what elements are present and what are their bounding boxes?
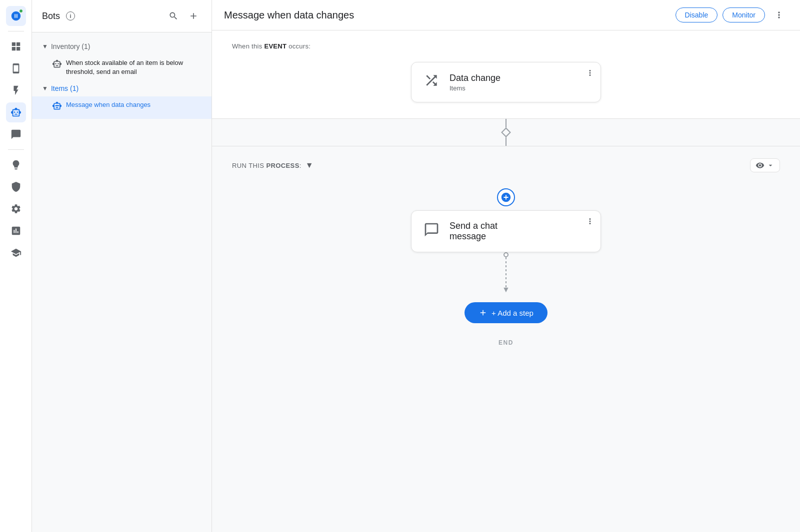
sidebar: Bots i ▼ Inventory (1) — [32, 0, 212, 532]
sidebar-content: ▼ Inventory (1) When stock available of … — [32, 32, 212, 125]
graduation-icon[interactable] — [6, 243, 26, 263]
shield-icon[interactable] — [6, 177, 26, 197]
phone-icon[interactable] — [6, 58, 26, 78]
bot-item-selected-icon — [52, 101, 62, 114]
list-item-inventory-label: When stock available of an item is below… — [66, 58, 202, 76]
analytics-icon[interactable] — [6, 221, 26, 241]
process-card-icon — [424, 222, 440, 241]
settings-icon[interactable] — [6, 199, 26, 219]
process-header: Run this PROCESS: ▼ — [232, 158, 780, 172]
main-title: Message when data changes — [224, 9, 354, 21]
event-card-title: Data change — [450, 73, 500, 83]
process-section: Run this PROCESS: ▼ — [212, 146, 800, 532]
sidebar-title: Bots i — [42, 11, 75, 21]
process-card-content: Send a chatmessage — [450, 221, 498, 242]
group-items[interactable]: ▼ Items (1) — [32, 80, 212, 96]
end-label: END — [498, 339, 514, 346]
group-inventory[interactable]: ▼ Inventory (1) — [32, 38, 212, 54]
connector-circle — [504, 252, 508, 257]
list-item-message-changes-label: Message when data changes — [66, 100, 150, 109]
list-item-inventory-bot[interactable]: When stock available of an item is below… — [32, 54, 212, 80]
arrow-down: ▼ — [502, 285, 510, 294]
main-content: Message when data changes Disable Monito… — [212, 0, 800, 532]
group-inventory-label: Inventory (1) — [51, 42, 90, 50]
event-card-subtitle: Items — [450, 84, 500, 92]
search-button[interactable] — [166, 8, 182, 24]
main-header-actions: Disable Monitor — [676, 6, 788, 24]
bolt-icon[interactable] — [6, 80, 26, 100]
grid-icon[interactable] — [6, 36, 26, 56]
process-label: Run this PROCESS: ▼ — [232, 161, 314, 170]
apps-icon[interactable] — [6, 6, 26, 26]
event-card-icon — [424, 72, 440, 92]
sidebar-header-actions — [166, 8, 202, 24]
add-step-circle-top[interactable] — [497, 188, 515, 206]
process-card-menu[interactable] — [586, 217, 594, 228]
add-bot-button[interactable] — [186, 8, 202, 24]
info-icon[interactable]: i — [66, 11, 75, 20]
divider-2 — [8, 149, 24, 150]
process-card[interactable]: Send a chatmessage — [411, 210, 601, 252]
sidebar-header: Bots i — [32, 0, 212, 32]
process-dropdown-arrow[interactable]: ▼ — [306, 161, 314, 170]
bot-active-icon[interactable] — [6, 102, 26, 122]
event-section-label: When this EVENT occurs: — [232, 42, 780, 50]
event-flow-column: Data change Items — [232, 62, 780, 102]
process-flow: Send a chatmessage ▼ + Add a step — [232, 184, 780, 346]
event-card-menu[interactable] — [586, 68, 594, 80]
bulb-icon[interactable] — [6, 155, 26, 175]
process-view-toggle[interactable] — [750, 158, 780, 172]
add-step-label: + Add a step — [492, 309, 534, 317]
dashed-line — [506, 257, 506, 287]
process-card-title: Send a chatmessage — [450, 221, 498, 242]
chevron-inventory: ▼ — [42, 43, 48, 50]
event-card[interactable]: Data change Items — [411, 62, 601, 102]
icon-bar — [0, 0, 32, 532]
event-card-content: Data change Items — [450, 73, 500, 92]
process-label-text: Run this PROCESS: — [232, 162, 302, 169]
monitor-button[interactable]: Monitor — [722, 7, 765, 22]
divider-1 — [8, 31, 24, 31]
canvas: When this EVENT occurs: Data — [212, 30, 800, 532]
main-header: Message when data changes Disable Monito… — [212, 0, 800, 30]
chat-icon[interactable] — [6, 124, 26, 144]
more-options-button[interactable] — [770, 6, 788, 24]
bot-item-icon — [52, 59, 62, 72]
dashed-connector: ▼ — [502, 252, 510, 294]
chevron-items: ▼ — [42, 85, 48, 92]
event-section: When this EVENT occurs: Data — [212, 30, 800, 119]
group-items-label: Items (1) — [51, 84, 78, 92]
list-item-message-data-changes[interactable]: Message when data changes — [32, 96, 212, 118]
add-step-button[interactable]: + Add a step — [464, 302, 548, 323]
disable-button[interactable]: Disable — [676, 7, 718, 22]
